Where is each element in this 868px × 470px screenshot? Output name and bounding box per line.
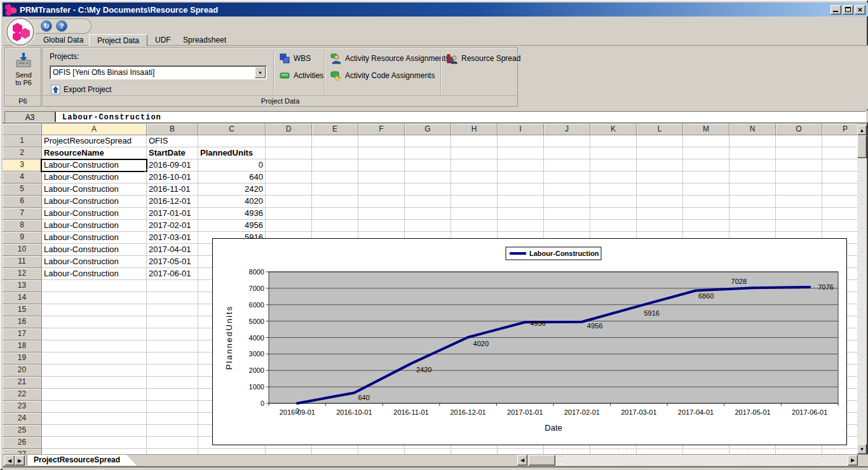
cell-K27[interactable]: [590, 449, 637, 454]
cell-B20[interactable]: [147, 365, 198, 377]
cell-O27[interactable]: [776, 449, 822, 454]
scroll-up-icon[interactable]: ▲: [857, 125, 867, 135]
cell-B7[interactable]: 2017-01-01: [147, 208, 198, 220]
cell-H7[interactable]: [451, 208, 498, 220]
cell-D8[interactable]: [266, 220, 312, 232]
column-header-A[interactable]: A: [42, 124, 147, 135]
cell-H6[interactable]: [451, 196, 498, 208]
vertical-scroll-track[interactable]: [857, 158, 867, 444]
cell-P27[interactable]: [822, 449, 857, 454]
activity-resource-assignments-button[interactable]: Activity Resource Assignments: [330, 53, 449, 64]
cell-F8[interactable]: [358, 220, 405, 232]
row-header-16[interactable]: 16: [3, 316, 42, 328]
cell-L7[interactable]: [637, 208, 683, 220]
cell-I2[interactable]: [498, 147, 544, 159]
cell-I3[interactable]: [498, 159, 544, 171]
cell-N2[interactable]: [729, 147, 776, 159]
cell-A24[interactable]: [42, 413, 147, 425]
row-header-18[interactable]: 18: [3, 340, 42, 352]
cell-A21[interactable]: [42, 377, 147, 389]
column-header-B[interactable]: B: [147, 124, 198, 135]
cell-M4[interactable]: [683, 171, 729, 184]
cell-L4[interactable]: [637, 171, 683, 184]
row-header-6[interactable]: 6: [3, 196, 42, 208]
cell-A5[interactable]: Labour-Construction: [42, 184, 147, 196]
cell-A16[interactable]: [42, 316, 147, 328]
cell-K3[interactable]: [590, 159, 637, 171]
cell-B12[interactable]: 2017-06-01: [147, 268, 198, 280]
cell-P5[interactable]: [822, 184, 857, 196]
cell-D3[interactable]: [266, 159, 312, 171]
cell-M1[interactable]: [683, 135, 729, 147]
formula-input[interactable]: Labour-Construction: [56, 112, 161, 122]
cell-B16[interactable]: [147, 316, 198, 328]
row-header-26[interactable]: 26: [3, 437, 42, 449]
cell-M8[interactable]: [683, 220, 729, 232]
cell-C5[interactable]: 2420: [198, 184, 266, 196]
cell-G3[interactable]: [405, 159, 451, 171]
resource-spread-button[interactable]: Resource Spread: [447, 53, 520, 64]
cell-G8[interactable]: [405, 220, 451, 232]
cell-J2[interactable]: [544, 147, 590, 159]
cell-N3[interactable]: [729, 159, 776, 171]
vertical-scrollbar[interactable]: ▲ ▼: [857, 125, 867, 454]
row-header-20[interactable]: 20: [3, 365, 42, 377]
column-header-N[interactable]: N: [729, 124, 776, 135]
cell-H4[interactable]: [451, 171, 498, 184]
cell-O4[interactable]: [776, 171, 822, 184]
cell-B22[interactable]: [147, 389, 198, 401]
embedded-chart[interactable]: 0100020003000400050006000700080002016-09…: [212, 238, 847, 445]
row-header-19[interactable]: 19: [3, 352, 42, 365]
horizontal-scroll-thumb[interactable]: [529, 455, 555, 466]
row-header-1[interactable]: 1: [3, 135, 42, 147]
cell-B24[interactable]: [147, 413, 198, 425]
cell-I7[interactable]: [498, 208, 544, 220]
cell-B21[interactable]: [147, 377, 198, 389]
cell-P4[interactable]: [822, 171, 857, 184]
cell-G1[interactable]: [405, 135, 451, 147]
cell-E4[interactable]: [312, 171, 358, 184]
cell-I1[interactable]: [498, 135, 544, 147]
row-header-9[interactable]: 9: [3, 232, 42, 244]
cell-B5[interactable]: 2016-11-01: [147, 184, 198, 196]
column-header-K[interactable]: K: [590, 124, 637, 135]
scroll-right-icon[interactable]: ▶: [848, 455, 858, 466]
cell-B8[interactable]: 2017-02-01: [147, 220, 198, 232]
cell-L3[interactable]: [637, 159, 683, 171]
cell-A15[interactable]: [42, 304, 147, 316]
cell-J5[interactable]: [544, 184, 590, 196]
help-button[interactable]: ?: [56, 20, 67, 32]
cell-A19[interactable]: [42, 352, 147, 365]
cell-B19[interactable]: [147, 352, 198, 365]
cell-D6[interactable]: [266, 196, 312, 208]
ribbon-tab-project-data[interactable]: Project Data: [89, 34, 147, 46]
cell-B27[interactable]: [147, 449, 198, 454]
cell-O7[interactable]: [776, 208, 822, 220]
cell-C7[interactable]: 4936: [198, 208, 266, 220]
cell-I5[interactable]: [498, 184, 544, 196]
cell-I27[interactable]: [498, 449, 544, 454]
cell-B1[interactable]: OFIS: [147, 135, 198, 147]
cell-O6[interactable]: [776, 196, 822, 208]
wbs-button[interactable]: WBS: [280, 53, 311, 64]
cell-J27[interactable]: [544, 449, 590, 454]
cell-A3[interactable]: Labour-Construction: [42, 159, 147, 171]
column-header-H[interactable]: H: [451, 124, 498, 135]
cell-C2[interactable]: PlannedUnits: [198, 147, 266, 159]
cell-K4[interactable]: [590, 171, 637, 184]
cell-L6[interactable]: [637, 196, 683, 208]
cell-G7[interactable]: [405, 208, 451, 220]
cell-A27[interactable]: [42, 449, 147, 454]
cell-G6[interactable]: [405, 196, 451, 208]
ribbon-tab-global-data[interactable]: Global Data: [36, 34, 91, 46]
row-header-21[interactable]: 21: [3, 377, 42, 389]
cell-H5[interactable]: [451, 184, 498, 196]
cell-K5[interactable]: [590, 184, 637, 196]
cell-A20[interactable]: [42, 365, 147, 377]
cell-B3[interactable]: 2016-09-01: [147, 159, 198, 171]
row-header-15[interactable]: 15: [3, 304, 42, 316]
cell-B15[interactable]: [147, 304, 198, 316]
row-header-5[interactable]: 5: [3, 184, 42, 196]
cell-A17[interactable]: [42, 328, 147, 340]
cell-J7[interactable]: [544, 208, 590, 220]
